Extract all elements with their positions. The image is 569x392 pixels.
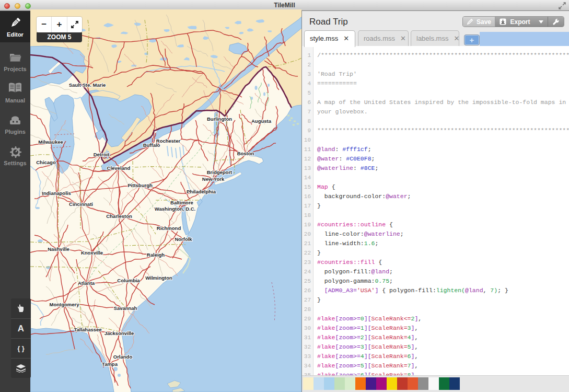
svg-text:Charleston: Charleston: [106, 213, 132, 219]
svg-text:Cincinnati: Cincinnati: [69, 201, 93, 207]
svg-text:Augusta: Augusta: [251, 118, 272, 124]
svg-text:Cleveland: Cleveland: [107, 165, 131, 171]
svg-text:Raleigh: Raleigh: [147, 252, 165, 258]
svg-text:Norfolk: Norfolk: [175, 236, 192, 242]
svg-text:Montgomery: Montgomery: [50, 302, 80, 307]
svg-text:Atlanta: Atlanta: [78, 280, 95, 286]
svg-text:Pittsburgh: Pittsburgh: [127, 182, 153, 188]
svg-text:Philadelphia: Philadelphia: [187, 189, 216, 194]
svg-text:Chicago: Chicago: [36, 159, 56, 165]
svg-text:Baltimore: Baltimore: [170, 200, 193, 205]
svg-text:Burlington: Burlington: [207, 116, 232, 122]
svg-text:New York: New York: [202, 176, 225, 182]
svg-text:Sault Ste. Marie: Sault Ste. Marie: [69, 82, 106, 88]
svg-text:Rochester: Rochester: [156, 138, 181, 144]
svg-text:Bridgeport: Bridgeport: [207, 169, 233, 175]
svg-text:Washington, D.C.: Washington, D.C.: [155, 206, 195, 212]
svg-text:Milwaukee: Milwaukee: [38, 139, 63, 145]
svg-text:Savannah: Savannah: [114, 305, 137, 311]
svg-text:Richmond: Richmond: [157, 225, 181, 231]
svg-text:Detroit: Detroit: [94, 152, 110, 157]
svg-text:Wilmington: Wilmington: [145, 275, 172, 281]
svg-text:Tallahassee: Tallahassee: [74, 327, 101, 332]
svg-text:Orlando: Orlando: [113, 354, 133, 360]
svg-text:Boston: Boston: [237, 151, 254, 156]
svg-text:Columbia: Columbia: [117, 278, 140, 283]
svg-text:Indianapolis: Indianapolis: [42, 190, 71, 196]
svg-text:Tampa: Tampa: [102, 361, 118, 367]
svg-text:Knoxville: Knoxville: [81, 250, 103, 256]
svg-text:Jacksonville: Jacksonville: [104, 330, 134, 336]
svg-text:Nashville: Nashville: [48, 246, 69, 252]
